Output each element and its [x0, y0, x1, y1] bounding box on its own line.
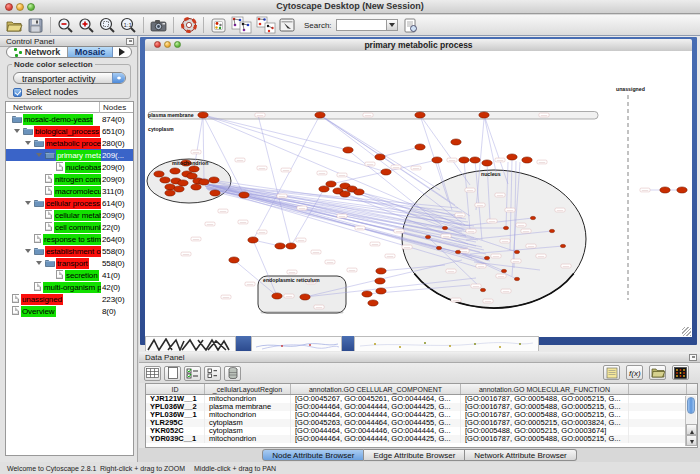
table-cell[interactable] — [629, 395, 687, 403]
function-builder-icon[interactable]: f(x) — [626, 365, 643, 380]
node[interactable] — [191, 184, 201, 190]
float-panel-icon[interactable] — [689, 354, 697, 361]
table-icon[interactable] — [144, 366, 161, 381]
table-row[interactable]: YLR295Ccytoplasm[GO:0045263, GO:0044464,… — [146, 419, 697, 427]
tab-overflow-button[interactable] — [113, 47, 131, 57]
expand-arrow-icon[interactable] — [14, 129, 20, 136]
table-row[interactable]: YPL036W__2plasma membrane[GO:0044464, GO… — [146, 403, 697, 411]
tree-row[interactable]: transport558(0) — [6, 257, 133, 269]
node[interactable] — [210, 190, 220, 196]
node[interactable] — [165, 190, 175, 196]
tree-row[interactable]: nitrogen compo209(0) — [6, 173, 133, 185]
expand-arrow-icon[interactable] — [36, 261, 42, 268]
node[interactable] — [160, 177, 170, 183]
table-cell[interactable] — [629, 419, 687, 427]
table-cell[interactable]: YJR121W__1 — [146, 395, 205, 403]
node[interactable] — [522, 157, 532, 163]
tab-node-attribute-browser[interactable]: Node Attribute Browser — [262, 449, 364, 461]
table-cell[interactable]: plasma membrane — [205, 403, 291, 411]
node[interactable] — [455, 250, 460, 253]
network-graph[interactable]: plasma membranecytoplasmmitochondrionnuc… — [145, 51, 692, 337]
node[interactable] — [174, 186, 184, 192]
table-cell[interactable]: YKR052C — [146, 427, 205, 435]
zoom-out-icon[interactable] — [56, 16, 75, 35]
network-view-window[interactable]: primary metabolic process plasma membran… — [140, 37, 697, 345]
node[interactable] — [381, 169, 391, 175]
node[interactable] — [507, 154, 517, 160]
tree-row-label[interactable]: primary metabo — [56, 150, 101, 161]
network-canvas[interactable]: plasma membranecytoplasmmitochondrionnuc… — [145, 51, 692, 337]
table-cell[interactable]: [GO:0044464, GO:0044444, GO:0044425, G..… — [291, 411, 461, 419]
node[interactable] — [362, 291, 372, 297]
table-cell[interactable]: [GO:0016787, GO:0005488, GO:0005215, G..… — [461, 395, 629, 403]
node[interactable] — [343, 147, 353, 153]
network-overlay-a-icon[interactable] — [230, 16, 253, 35]
tree-row[interactable]: unassigned223(0) — [6, 293, 133, 305]
node[interactable] — [368, 300, 378, 306]
node[interactable] — [501, 269, 506, 272]
float-panel-icon[interactable] — [126, 38, 134, 45]
open-folder-icon[interactable] — [5, 16, 24, 35]
tree-row-label[interactable]: biological_process — [34, 126, 100, 137]
node[interactable] — [170, 168, 180, 174]
expand-arrow-icon[interactable] — [36, 153, 42, 160]
background-window-fragment[interactable] — [236, 336, 251, 351]
table-cell[interactable]: mitochondrion — [205, 395, 291, 403]
import-folder-icon[interactable] — [649, 365, 666, 380]
edge[interactable] — [258, 115, 291, 246]
help-ring-icon[interactable] — [179, 16, 198, 35]
node[interactable] — [198, 112, 208, 118]
table-cell[interactable]: cytoplasm — [205, 419, 291, 427]
tree-row[interactable]: establishment of lo558(0) — [6, 245, 133, 257]
table-cell[interactable]: YPL036W__2 — [146, 403, 205, 411]
node[interactable] — [660, 187, 670, 193]
node[interactable] — [415, 112, 425, 118]
tab-network-attribute-browser[interactable]: Network Attribute Browser — [465, 449, 576, 461]
table-cell[interactable]: [GO:0044464, GO:0044444, GO:0044425, G..… — [291, 403, 461, 411]
node[interactable] — [248, 237, 258, 243]
network-overlay-b-icon[interactable] — [255, 16, 276, 35]
tree-row[interactable]: mosaic-demo-yeast874(0) — [6, 113, 133, 125]
tree-row[interactable]: nucleobase-209(0) — [6, 161, 133, 173]
unselect-attributes-icon[interactable] — [204, 366, 221, 381]
table-cell[interactable]: cytoplasm — [205, 427, 291, 435]
tree-row-label[interactable]: Overview — [21, 306, 56, 317]
node[interactable] — [549, 229, 554, 232]
table-cell[interactable] — [629, 427, 687, 435]
node[interactable] — [326, 181, 336, 187]
tree-row-label[interactable]: metabolic process — [45, 138, 101, 149]
node[interactable] — [340, 191, 350, 197]
column-header[interactable]: ID — [146, 384, 205, 394]
node-color-dropdown[interactable]: transporter activity — [13, 72, 126, 84]
expand-arrow-icon[interactable] — [25, 249, 31, 256]
table-cell[interactable]: [GO:0016787, GO:0005488, GO:0005215, G..… — [461, 435, 629, 443]
table-row[interactable]: YPL036W__1mitochondrion[GO:0044464, GO:0… — [146, 411, 697, 419]
node[interactable] — [375, 154, 385, 160]
tree-row-label[interactable]: macromolecule — [54, 186, 101, 197]
node[interactable] — [484, 256, 489, 259]
node[interactable] — [239, 192, 249, 198]
node[interactable] — [286, 243, 296, 249]
tree-row-label[interactable]: cellular metabo — [54, 210, 101, 221]
network-window-titlebar[interactable]: primary metabolic process — [145, 39, 692, 51]
node[interactable] — [459, 157, 469, 163]
node[interactable] — [503, 226, 508, 229]
search-dropdown-button[interactable] — [386, 20, 397, 30]
tree-row[interactable]: macromolecule311(0) — [6, 185, 133, 197]
node[interactable] — [209, 177, 219, 183]
scroll-up-button[interactable] — [686, 424, 697, 435]
node[interactable] — [300, 294, 310, 300]
search-input[interactable] — [336, 19, 398, 31]
node[interactable] — [178, 180, 188, 186]
tree-row-label[interactable]: establishment of lo — [45, 246, 101, 257]
column-header[interactable]: _cellularLayoutRegion — [205, 384, 291, 394]
expand-arrow-icon[interactable] — [25, 141, 31, 148]
select-attributes-icon[interactable] — [184, 366, 201, 381]
new-attribute-icon[interactable] — [164, 366, 181, 381]
tree-row-label[interactable]: unassigned — [21, 294, 63, 305]
node[interactable] — [415, 144, 425, 150]
node[interactable] — [375, 278, 385, 284]
node[interactable] — [315, 112, 325, 118]
node[interactable] — [154, 171, 164, 177]
node-grid-icon[interactable] — [209, 16, 228, 35]
